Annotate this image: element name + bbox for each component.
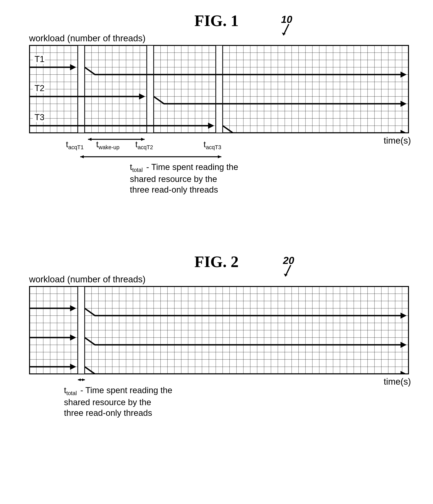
figure-2: FIG. 2 20 workload (number of threads) <box>8 253 425 428</box>
figure-2-chart: time(s) <box>29 286 409 375</box>
figure-1: FIG. 1 10 workload (number of threads) <box>8 12 425 198</box>
figure-1-y-axis-label: workload (number of threads) <box>29 33 425 43</box>
svg-marker-162 <box>401 372 405 374</box>
thread-t2-label: T2 <box>35 83 44 93</box>
svg-rect-67 <box>216 45 223 133</box>
arrow-total-fig2 <box>76 378 86 382</box>
reference-arrow-icon <box>281 24 293 38</box>
figure-1-refnum: 10 <box>281 14 293 38</box>
t-total-symbol-fig1: ttotal <box>130 162 143 172</box>
label-t-total-fig1: ttotal - Time spent reading theshared re… <box>130 162 238 195</box>
figure-2-refnum: 20 <box>283 255 295 279</box>
svg-marker-73 <box>401 73 405 77</box>
arrow-total-fig1 <box>78 154 224 160</box>
figure-2-y-axis-label: workload (number of threads) <box>29 274 425 284</box>
svg-marker-81 <box>88 138 91 141</box>
svg-marker-164 <box>78 378 81 381</box>
svg-marker-159 <box>401 343 405 347</box>
reference-arrow-icon <box>283 265 295 279</box>
svg-marker-158 <box>71 336 75 340</box>
svg-marker-85 <box>218 155 221 158</box>
svg-rect-153 <box>78 286 85 374</box>
label-t-wakeup: twake-up <box>96 140 119 151</box>
figure-1-annotations: tacqT1 twake-up tacqT2 tacqT3 ttotal - T… <box>29 136 425 198</box>
svg-marker-76 <box>401 102 405 106</box>
svg-marker-75 <box>140 95 144 99</box>
thread-t3-label: T3 <box>35 112 44 122</box>
label-t-acq-t1: tacqT1 <box>66 140 84 151</box>
figure-2-annotations: ttotal - Time spent reading theshared re… <box>29 378 425 428</box>
svg-marker-161 <box>71 365 75 369</box>
svg-marker-72 <box>71 65 75 69</box>
t-total-desc-fig2: - Time spent reading theshared resource … <box>64 385 172 418</box>
svg-marker-84 <box>80 155 84 158</box>
svg-marker-78 <box>209 124 213 128</box>
figure-2-refnum-text: 20 <box>283 255 294 266</box>
figure-1-title: FIG. 1 <box>194 12 239 30</box>
svg-marker-79 <box>401 131 405 133</box>
svg-rect-66 <box>147 45 154 133</box>
t-total-desc-fig1: - Time spent reading theshared resource … <box>130 162 238 194</box>
label-t-total-fig2: ttotal - Time spent reading theshared re… <box>64 385 172 418</box>
svg-marker-165 <box>82 378 85 381</box>
figure-2-svg <box>29 286 409 374</box>
svg-rect-65 <box>78 45 85 133</box>
figure-1-refnum-text: 10 <box>281 14 292 25</box>
label-t-acq-t3: tacqT3 <box>204 140 221 151</box>
svg-marker-155 <box>71 306 75 310</box>
thread-t1-label: T1 <box>35 54 44 64</box>
figure-2-title: FIG. 2 <box>194 253 239 271</box>
label-t-acq-t2: tacqT2 <box>135 140 153 151</box>
t-total-symbol-fig2: ttotal <box>64 385 77 395</box>
svg-marker-156 <box>401 314 405 318</box>
figure-1-chart: T1 T2 T3 <box>29 45 409 134</box>
figure-1-svg: T1 T2 T3 <box>29 45 409 133</box>
